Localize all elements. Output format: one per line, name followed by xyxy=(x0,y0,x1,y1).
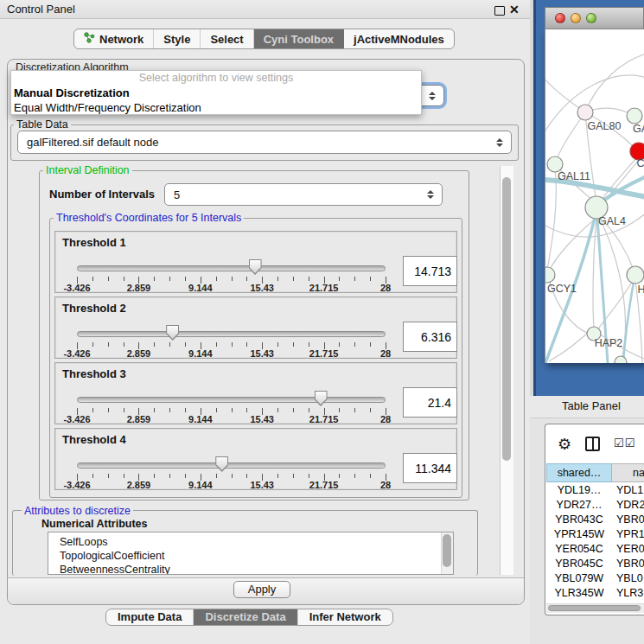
slider-tick xyxy=(185,408,186,412)
network-node-label: GCY1 xyxy=(547,283,577,295)
tab-impute-data[interactable]: Impute Data xyxy=(106,609,194,625)
thresholds-group-title: Threshold's Coordinates for 5 Intervals xyxy=(54,212,244,224)
threshold-value-field[interactable]: 14.713 xyxy=(403,256,457,286)
slider-tick xyxy=(124,408,124,412)
tab-network[interactable]: Network xyxy=(74,29,154,48)
tab-cyni-toolbox[interactable]: Cyni Toolbox xyxy=(254,29,344,48)
slider-tick xyxy=(169,342,170,347)
table-row[interactable]: YDL19…YDL1 xyxy=(546,483,644,498)
table-row[interactable]: YLR345WYLR3 xyxy=(546,586,644,601)
table-data-group-title: Table Data xyxy=(14,118,71,131)
slider-tick-label: 21.715 xyxy=(303,414,346,424)
control-panel: Control Panel ✕ NetworkStyleSelectCyni T… xyxy=(0,0,530,644)
apply-button[interactable]: Apply xyxy=(233,581,290,598)
slider-tick xyxy=(354,277,355,281)
network-canvas[interactable]: GAL80GACGAL11GAL4GCY1HHAP2 xyxy=(545,29,644,363)
slider-tick xyxy=(246,342,247,347)
threshold-slider-thumb[interactable] xyxy=(249,259,262,275)
table-row[interactable]: YBR045CYBR0 xyxy=(546,557,644,571)
threshold-value-field[interactable]: 6.316 xyxy=(403,322,457,352)
algorithm-option[interactable]: Equal Width/Frequency Discretization xyxy=(11,100,421,115)
algorithm-combobox[interactable] xyxy=(419,85,444,106)
slider-tick xyxy=(169,408,170,412)
cell-shared-name: YDL19… xyxy=(546,483,612,498)
table-row[interactable]: YER054CYER0 xyxy=(546,542,644,557)
table-row[interactable]: YBL079WYBL0 xyxy=(546,571,644,586)
threshold-slider-thumb[interactable] xyxy=(215,456,228,472)
slider-tick-label: 2.859 xyxy=(117,480,160,490)
slider-tick-label: 15.43 xyxy=(240,480,284,490)
num-intervals-combobox[interactable]: 5 xyxy=(164,183,443,206)
gear-icon[interactable]: ⚙ xyxy=(558,435,571,454)
vertical-scrollbar-thumb[interactable] xyxy=(502,177,511,461)
cell-name: YBL0 xyxy=(612,571,644,586)
threshold-label: Threshold 3 xyxy=(62,367,126,380)
threshold-label: Threshold 1 xyxy=(62,236,126,249)
attributes-list[interactable]: SelfLoopsTopologicalCoefficientBetweenne… xyxy=(48,532,454,575)
tab-select[interactable]: Select xyxy=(201,29,253,48)
column-header-name[interactable]: na xyxy=(612,463,644,482)
network-node-h xyxy=(627,266,644,284)
window-minimize-icon[interactable] xyxy=(571,13,581,23)
slider-tick-label: -3.426 xyxy=(55,480,99,490)
float-window-icon[interactable] xyxy=(494,6,505,16)
threshold-panel-1: Threshold 1-3.4262.8599.14415.4321.71528… xyxy=(54,231,457,293)
threshold-slider-track[interactable] xyxy=(77,331,386,337)
algorithm-option[interactable]: Manual Discretization xyxy=(11,86,421,100)
slider-tick xyxy=(277,474,278,478)
checkbox-icons[interactable]: ☑☑ xyxy=(614,437,635,450)
slider-tick xyxy=(354,342,355,347)
threshold-slider-thumb[interactable] xyxy=(166,325,179,341)
top-tabbar: NetworkStyleSelectCyni ToolboxjActiveMNo… xyxy=(73,29,455,49)
table-row[interactable]: YDR27…YDR2 xyxy=(546,498,644,513)
control-panel-title: Control Panel xyxy=(7,0,75,19)
network-node-label: HAP2 xyxy=(595,337,623,349)
column-header-shared[interactable]: shared… xyxy=(546,463,612,482)
slider-tick xyxy=(92,408,93,412)
attributes-scrollbar-thumb[interactable] xyxy=(443,534,451,567)
tab-style[interactable]: Style xyxy=(154,29,201,48)
slider-tick xyxy=(108,408,109,412)
window-close-icon[interactable] xyxy=(555,13,565,23)
network-node-label: GAL4 xyxy=(598,215,626,227)
algorithm-prompt-item[interactable]: Select algorithm to view settings xyxy=(11,71,421,86)
cell-shared-name: YDR27… xyxy=(546,498,612,513)
attribute-list-item[interactable]: TopologicalCoefficient xyxy=(48,549,453,563)
slider-tick xyxy=(246,474,247,478)
threshold-slider-track[interactable] xyxy=(77,397,386,403)
slider-tick xyxy=(277,408,278,412)
slider-tick xyxy=(154,277,155,281)
table-row[interactable]: YBR043CYBR0 xyxy=(546,513,644,527)
algorithm-dropdown-popup: Select algorithm to view settings Manual… xyxy=(10,70,422,115)
tab-infer-network[interactable]: Infer Network xyxy=(298,609,392,625)
slider-tick xyxy=(216,342,217,347)
slider-tick xyxy=(108,277,109,281)
table-horizontal-scrollbar-thumb[interactable] xyxy=(548,605,641,611)
slider-tick xyxy=(293,277,294,281)
table-data-value: galFiltered.sif default node xyxy=(18,136,495,149)
close-icon[interactable]: ✕ xyxy=(509,3,520,16)
threshold-slider-track[interactable] xyxy=(77,462,386,469)
table-panel-title: Table Panel xyxy=(562,399,621,412)
table-data-combobox[interactable]: galFiltered.sif default node xyxy=(17,131,512,154)
attribute-list-item[interactable]: BetweennessCentrality xyxy=(48,563,453,575)
slider-tick xyxy=(277,277,278,281)
slider-tick xyxy=(246,277,247,281)
tab-jactivemnodules[interactable]: jActiveMNodules xyxy=(344,29,454,48)
window-zoom-icon[interactable] xyxy=(586,13,596,23)
table-row[interactable]: YPR145WYPR1 xyxy=(546,527,644,542)
threshold-slider-track[interactable] xyxy=(77,265,386,271)
attribute-list-item[interactable]: SelfLoops xyxy=(48,535,453,549)
slider-tick-label: 2.859 xyxy=(117,283,160,293)
slider-tick xyxy=(309,408,309,412)
threshold-value-field[interactable]: 11.344 xyxy=(403,453,457,483)
threshold-value-field[interactable]: 21.4 xyxy=(403,387,457,418)
threshold-slider-thumb[interactable] xyxy=(315,391,328,406)
threshold-panel-2: Threshold 2-3.4262.8599.14415.4321.71528… xyxy=(54,296,457,359)
slider-tick xyxy=(108,474,109,478)
cell-shared-name: YPR145W xyxy=(546,527,612,542)
numerical-attributes-label: Numerical Attributes xyxy=(41,518,147,530)
tab-discretize-data[interactable]: Discretize Data xyxy=(194,609,297,625)
cell-name: YBR0 xyxy=(612,513,644,527)
columns-icon[interactable] xyxy=(585,437,600,451)
